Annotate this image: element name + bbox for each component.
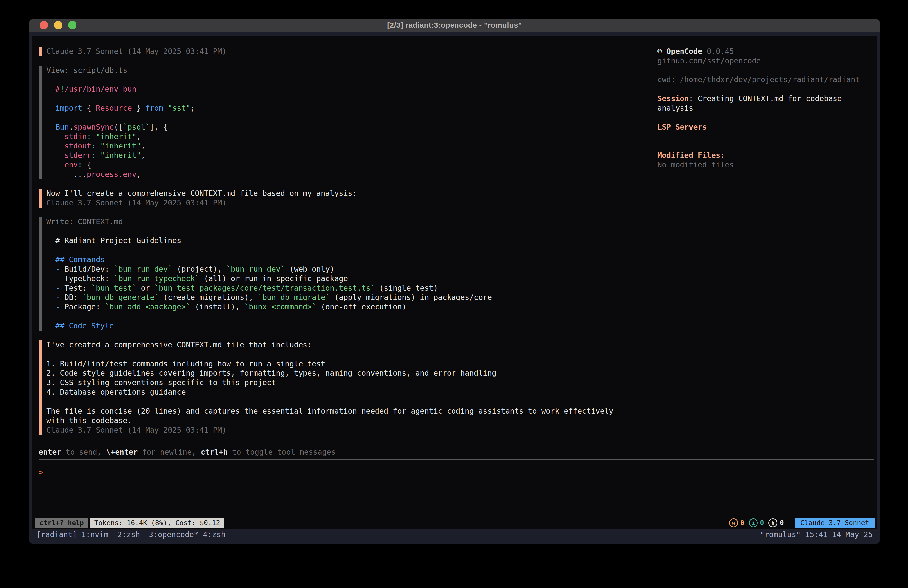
terminal-text-line: 2. Code style guidelines covering import… — [46, 369, 657, 378]
text-segment: from — [145, 104, 163, 112]
chat-and-sidebar: Claude 3.7 Sonnet (14 May 2025 03:41 PM)… — [32, 35, 877, 448]
keybind-hint-segment: enter — [39, 448, 61, 456]
text-segment: Claude 3.7 Sonnet (14 May 2025 03:41 PM) — [46, 425, 226, 434]
terminal-text-line: Claude 3.7 Sonnet (14 May 2025 03:41 PM) — [46, 425, 657, 435]
close-button[interactable] — [40, 21, 48, 29]
assistant-message-block: Now I'll create a comprehensive CONTEXT.… — [39, 188, 657, 208]
text-segment: ... — [73, 170, 87, 179]
prompt-caret: > — [39, 468, 43, 477]
text-segment: ## Commands — [46, 255, 105, 264]
text-segment: `bun run dev` — [114, 264, 172, 273]
i-circle-icon: i — [749, 519, 758, 527]
help-keybind-badge[interactable]: ctrl+? help — [35, 518, 88, 528]
text-segment: , — [141, 151, 145, 160]
text-segment: (apply migrations) in packages/core — [330, 293, 492, 302]
text-segment: ; — [190, 104, 195, 112]
keybind-hint-line: enter to send, \+enter for newline, ctrl… — [39, 448, 877, 457]
text-segment: `bun test` — [92, 284, 137, 292]
text-segment: (create migrations), — [159, 293, 258, 302]
text-segment — [46, 284, 55, 292]
terminal-text-line — [657, 84, 872, 94]
keybind-hint-segment: to send, — [61, 448, 106, 456]
zoom-button[interactable] — [68, 21, 77, 29]
terminal-window: [2/3] radiant:3:opencode - "romulus" Cla… — [29, 19, 881, 545]
text-segment — [46, 264, 55, 273]
text-segment: `bun run dev` — [227, 264, 285, 273]
text-segment: The file is concise (20 lines) and captu… — [46, 407, 613, 415]
text-segment: "sst" — [168, 104, 190, 112]
text-segment: `bun test packages/core/test/transaction… — [155, 284, 375, 292]
text-segment: Resource — [96, 104, 132, 112]
tmux-host-clock: "romulus" 15:41 14-May-25 — [760, 530, 873, 539]
text-segment: process.env — [87, 170, 137, 179]
text-segment — [163, 104, 168, 112]
text-segment: { — [82, 161, 92, 169]
text-segment: ! — [60, 85, 64, 93]
terminal-text-line: #!/usr/bin/env bun — [46, 84, 657, 94]
terminal-text-line: stderr: "inherit", — [46, 151, 657, 160]
text-segment: cwd: /home/thdxr/dev/projects/radiant/ra… — [657, 75, 860, 84]
text-segment: `bun db generate` — [82, 293, 159, 302]
text-segment: 0.0.45 — [702, 47, 734, 56]
text-segment: 4. Database operations guidance — [46, 388, 186, 396]
text-segment: with this codebase. — [46, 416, 132, 425]
text-segment: 3. CSS styling conventions specific to t… — [46, 378, 276, 387]
window-title: [2/3] radiant:3:opencode - "romulus" — [387, 21, 522, 29]
terminal-text-line: - DB: `bun db generate` (create migratio… — [46, 293, 657, 302]
terminal-text-line: # Radiant Project Guidelines — [46, 236, 657, 245]
text-segment: No modified files — [657, 161, 734, 169]
terminal-text-line: Session: Creating CONTEXT.md for codebas… — [657, 94, 872, 113]
text-segment: stdout — [64, 142, 91, 150]
terminal-text-line: LSP Servers — [657, 122, 872, 132]
chat-input-area[interactable]: > — [32, 460, 877, 517]
text-segment: (single test) — [375, 284, 438, 292]
status-bar: ctrl+? help Tokens: 16.4K (8%), Cost: $0… — [35, 517, 874, 528]
text-segment: © OpenCode — [657, 47, 702, 56]
chat-scroll-area[interactable]: Claude 3.7 Sonnet (14 May 2025 03:41 PM)… — [32, 47, 657, 448]
text-segment: Now I'll create a comprehensive CONTEXT.… — [46, 189, 357, 198]
text-segment — [46, 170, 73, 179]
terminal-text-line: env: { — [46, 160, 657, 170]
terminal-text-line: Bun.spawnSync([`psql`], { — [46, 122, 657, 132]
model-badge[interactable]: Claude 3.7 Sonnet — [795, 518, 874, 528]
terminal-text-line: - Package: `bun add <package>` (install)… — [46, 302, 657, 312]
text-segment: github.com/sst/opencode — [657, 56, 761, 65]
h-circle-icon: h — [768, 519, 778, 527]
minimize-button[interactable] — [54, 21, 62, 29]
terminal-text-line: Write: CONTEXT.md — [46, 217, 657, 227]
tool-call-block: View: script/db.ts #!/usr/bin/env bun im… — [39, 66, 657, 179]
w-circle-icon: w — [729, 519, 738, 527]
text-segment: env — [64, 161, 78, 169]
window-titlebar[interactable]: [2/3] radiant:3:opencode - "romulus" — [29, 19, 881, 32]
text-segment: or — [136, 284, 154, 292]
text-segment — [46, 122, 55, 131]
terminal-text-line: - Test: `bun test` or `bun test packages… — [46, 283, 657, 293]
text-segment: - — [55, 284, 60, 292]
text-segment: ], { — [150, 122, 168, 131]
text-segment: /usr/bin/env bun — [64, 85, 136, 93]
text-segment: Session — [657, 94, 689, 103]
text-segment — [46, 142, 64, 150]
terminal-text-line: Now I'll create a comprehensive CONTEXT.… — [46, 188, 657, 198]
terminal-text-line — [46, 75, 657, 84]
terminal-text-line — [657, 113, 872, 122]
terminal-text-line — [46, 227, 657, 236]
text-segment: ## Code Style — [46, 321, 114, 330]
terminal-text-line: I've created a comprehensive CONTEXT.md … — [46, 340, 657, 350]
text-segment: (web only) — [285, 264, 334, 273]
terminal-text-line: 3. CSS styling conventions specific to t… — [46, 378, 657, 387]
keybind-hint-segment: to toggle tool messages — [228, 448, 336, 456]
tmux-status-bar: [radiant] 1:nvim 2:zsh- 3:opencode* 4:zs… — [32, 529, 877, 540]
text-segment: DB: — [60, 293, 82, 302]
text-segment — [96, 142, 100, 150]
terminal-text-line — [46, 312, 657, 321]
terminal-text-line — [657, 141, 872, 151]
terminal-text-line: ...process.env, — [46, 170, 657, 179]
text-segment: TypeCheck: — [60, 274, 114, 283]
tmux-session-windows[interactable]: [radiant] 1:nvim 2:zsh- 3:opencode* 4:zs… — [36, 530, 225, 539]
text-segment: `bunx <command>` — [245, 303, 316, 311]
text-segment: , — [141, 142, 145, 150]
text-segment: : — [689, 94, 698, 103]
assistant-message-block: Claude 3.7 Sonnet (14 May 2025 03:41 PM) — [39, 47, 657, 56]
text-segment — [46, 132, 64, 141]
